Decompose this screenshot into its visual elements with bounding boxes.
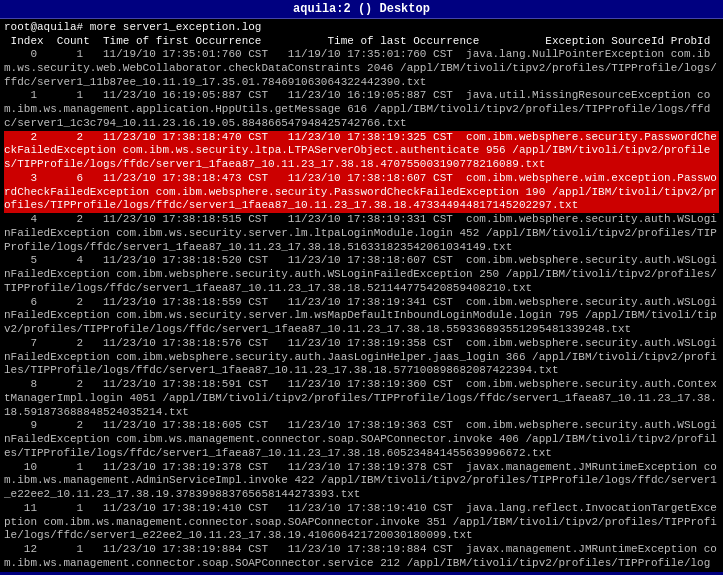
log-row: 3 6 11/23/10 17:38:18:473 CST 11/23/10 1…	[4, 172, 719, 213]
log-row: 11 1 11/23/10 17:38:19:410 CST 11/23/10 …	[4, 502, 719, 543]
log-row: 2 2 11/23/10 17:38:18:470 CST 11/23/10 1…	[4, 131, 719, 172]
header-row: Index Count Time of first Occurrence Tim…	[4, 35, 719, 47]
log-rows: 0 1 11/19/10 17:35:01:760 CST 11/19/10 1…	[4, 48, 719, 572]
log-row: 1 1 11/23/10 16:19:05:887 CST 11/23/10 1…	[4, 89, 719, 130]
title-text: aquila:2 () Desktop	[293, 2, 430, 16]
log-row: 4 2 11/23/10 17:38:18:515 CST 11/23/10 1…	[4, 213, 719, 254]
log-row: 9 2 11/23/10 17:38:18:605 CST 11/23/10 1…	[4, 419, 719, 460]
log-row: 8 2 11/23/10 17:38:18:591 CST 11/23/10 1…	[4, 378, 719, 419]
log-row: 7 2 11/23/10 17:38:18:576 CST 11/23/10 1…	[4, 337, 719, 378]
log-row: 5 4 11/23/10 17:38:18:520 CST 11/23/10 1…	[4, 254, 719, 295]
terminal-window: root@aquila# more server1_exception.log …	[0, 19, 723, 572]
command-line: root@aquila# more server1_exception.log	[4, 21, 719, 33]
log-row: 12 1 11/23/10 17:38:19:884 CST 11/23/10 …	[4, 543, 719, 572]
log-row: 0 1 11/19/10 17:35:01:760 CST 11/19/10 1…	[4, 48, 719, 89]
log-row: 10 1 11/23/10 17:38:19:378 CST 11/23/10 …	[4, 461, 719, 502]
title-bar: aquila:2 () Desktop	[0, 0, 723, 19]
terminal-content: root@aquila# more server1_exception.log …	[0, 21, 723, 572]
log-row: 6 2 11/23/10 17:38:18:559 CST 11/23/10 1…	[4, 296, 719, 337]
